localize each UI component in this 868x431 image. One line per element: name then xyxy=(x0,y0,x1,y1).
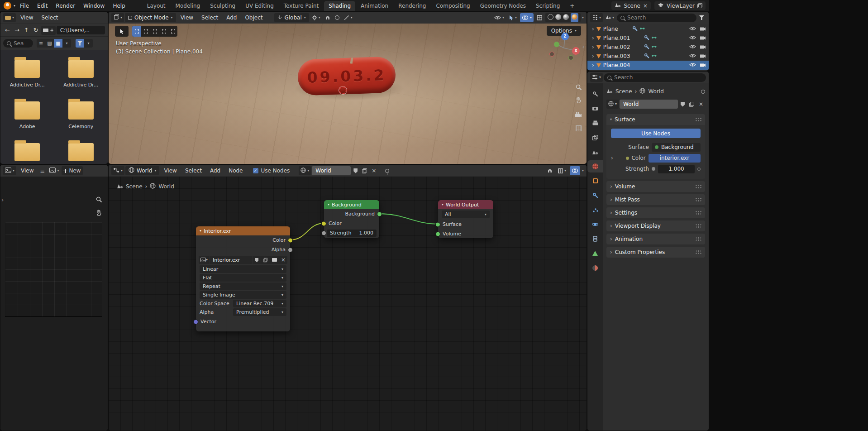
modifier-wrench-icon[interactable] xyxy=(644,44,649,51)
proportional-editing-icon[interactable] xyxy=(333,13,341,22)
tab-scripting[interactable]: Scripting xyxy=(531,1,564,11)
gizmo-negative-x-axis[interactable] xyxy=(549,52,554,57)
select-mode-subtract[interactable] xyxy=(159,26,168,37)
camera-view-icon[interactable] xyxy=(573,109,584,120)
select-mode-box[interactable] xyxy=(141,26,150,37)
scene-selector[interactable]: Scene × xyxy=(611,1,651,10)
xray-toggle[interactable] xyxy=(535,13,544,22)
tab-world[interactable] xyxy=(587,160,603,172)
panel-drag-handle-icon[interactable] xyxy=(695,250,701,254)
open-file-icon[interactable] xyxy=(270,256,279,264)
overlays-toggle[interactable] xyxy=(570,166,580,175)
file-path-field[interactable]: C:\Users\... xyxy=(57,26,105,34)
browse-image-dropdown[interactable]: ▾ xyxy=(199,256,210,264)
vector-input-socket[interactable] xyxy=(193,319,198,324)
unlink-icon[interactable]: × xyxy=(697,100,705,109)
disable-render-camera-icon[interactable] xyxy=(700,44,706,50)
red-bracelet-object[interactable]: 09.03.2 xyxy=(297,56,396,96)
node-header[interactable]: ▾ Background xyxy=(324,200,379,209)
surface-select[interactable]: Background xyxy=(652,143,701,152)
file-search-input[interactable]: Sea xyxy=(3,39,33,48)
blender-logo-icon[interactable] xyxy=(4,2,11,10)
collapse-icon[interactable]: ▾ xyxy=(200,229,201,233)
vertical-list-icon[interactable]: ≡ xyxy=(37,39,45,48)
pan-hand-icon[interactable] xyxy=(573,95,584,105)
interpolation-select[interactable]: Linear▾ xyxy=(200,265,286,273)
tab-physics[interactable] xyxy=(587,218,603,230)
custom-properties-panel-header[interactable]: ›Custom Properties xyxy=(606,247,705,258)
shader-type-select[interactable]: World▾ xyxy=(125,166,159,175)
node-background[interactable]: ▾ Background Background Color Strength 1… xyxy=(324,200,379,238)
folder-item[interactable]: Celemony xyxy=(57,101,105,129)
navigation-gizmo[interactable]: Z X xyxy=(546,30,582,66)
menu-node[interactable]: Node xyxy=(225,166,246,175)
tab-geometry-nodes[interactable]: Geometry Nodes xyxy=(476,1,530,11)
modifier-wrench-icon[interactable] xyxy=(632,26,638,33)
geometry-nodes-icon[interactable] xyxy=(651,44,657,50)
world-name-field[interactable]: World xyxy=(312,166,351,175)
panel-drag-handle-icon[interactable] xyxy=(695,211,701,215)
outliner-row[interactable]: › Plane.002 xyxy=(587,43,709,52)
node-environment-texture[interactable]: ▾ Interior.exr Color Alpha ▾ Interior.ex… xyxy=(196,226,290,331)
panel-drag-handle-icon[interactable] xyxy=(695,117,701,122)
geometry-nodes-icon[interactable] xyxy=(651,53,657,59)
hide-viewport-eye-icon[interactable] xyxy=(689,35,696,41)
strength-slider[interactable]: Strength 1.000 xyxy=(327,230,377,237)
node-header[interactable]: ▾ World Output xyxy=(438,200,493,209)
thumbnail-view-icon[interactable]: ▦ xyxy=(54,39,62,48)
editor-type-3d-viewport[interactable]: ▾ xyxy=(111,13,124,22)
editor-type-file-browser[interactable]: ▾ xyxy=(3,13,16,22)
animate-decorator-icon[interactable] xyxy=(697,168,701,171)
horizontal-list-icon[interactable]: ▤ xyxy=(45,39,54,48)
panel-drag-handle-icon[interactable] xyxy=(695,197,701,202)
tab-object[interactable] xyxy=(587,175,603,187)
tab-compositing[interactable]: Compositing xyxy=(431,1,474,11)
tab-render[interactable] xyxy=(587,102,603,115)
panel-drag-handle-icon[interactable] xyxy=(695,184,701,189)
folder-item[interactable] xyxy=(4,143,51,164)
display-size-dropdown[interactable]: ▾ xyxy=(62,39,71,48)
unlink-icon[interactable]: × xyxy=(370,166,378,175)
disable-render-camera-icon[interactable] xyxy=(700,26,706,32)
node-world-output[interactable]: ▾ World Output All▾ Surface Volume xyxy=(438,200,493,238)
new-image-button[interactable]: New xyxy=(62,166,82,175)
browse-world-dropdown[interactable]: ▾ xyxy=(299,166,311,175)
filter-icon[interactable] xyxy=(697,13,706,22)
outliner-row[interactable]: › Plane xyxy=(587,24,709,34)
menu-render[interactable]: Render xyxy=(52,1,79,10)
editor-type-properties[interactable]: ▾ xyxy=(590,73,603,82)
3d-cursor[interactable] xyxy=(339,86,347,94)
link-background-to-surface[interactable] xyxy=(379,214,438,224)
outliner-row-selected[interactable]: › Plane.004 xyxy=(587,61,709,70)
viewport-display-panel-header[interactable]: ›Viewport Display xyxy=(606,220,705,231)
node-canvas[interactable]: Scene › World ▾ Interior.exr xyxy=(109,177,587,431)
surface-input-socket[interactable] xyxy=(435,222,440,227)
refresh-icon[interactable]: ↻ xyxy=(32,26,40,34)
color-value-field[interactable]: interior.exr xyxy=(649,154,701,163)
tab-particles[interactable] xyxy=(587,204,603,216)
menu-add[interactable]: Add xyxy=(223,13,240,22)
menu-window[interactable]: Window xyxy=(80,1,108,10)
tab-animation[interactable]: Animation xyxy=(356,1,393,11)
tab-shading[interactable]: Shading xyxy=(324,1,355,11)
copy-icon[interactable] xyxy=(697,3,702,8)
node-header[interactable]: ▾ Interior.exr xyxy=(196,226,290,235)
source-select[interactable]: Single Image▾ xyxy=(200,291,286,299)
unlink-icon[interactable]: × xyxy=(643,3,648,9)
tab-uv-editing[interactable]: UV Editing xyxy=(241,1,278,11)
hide-viewport-eye-icon[interactable] xyxy=(689,26,696,32)
snap-mode-dropdown[interactable]: ▾ xyxy=(556,166,568,175)
editor-type-image[interactable]: ▾ xyxy=(3,166,16,175)
surface-panel-header[interactable]: ▾ Surface xyxy=(606,114,705,125)
forward-icon[interactable]: → xyxy=(13,26,21,34)
color-input-socket[interactable] xyxy=(321,221,326,226)
tab-layout[interactable]: Layout xyxy=(143,1,170,11)
active-tool-button[interactable] xyxy=(115,26,129,37)
select-mode-intersect[interactable] xyxy=(168,26,177,37)
viewport-canvas[interactable]: Options▾ User Perspective (3) Scene Coll… xyxy=(109,24,587,164)
hamburger-menu-icon[interactable]: ≡ xyxy=(38,166,47,175)
filter-dropdown[interactable]: ▾ xyxy=(84,39,93,48)
visibility-dropdown[interactable]: ▾ xyxy=(492,13,506,22)
overlays-dropdown[interactable]: ▾ xyxy=(582,169,584,172)
folder-item[interactable]: Addictive Dr... xyxy=(4,60,51,88)
